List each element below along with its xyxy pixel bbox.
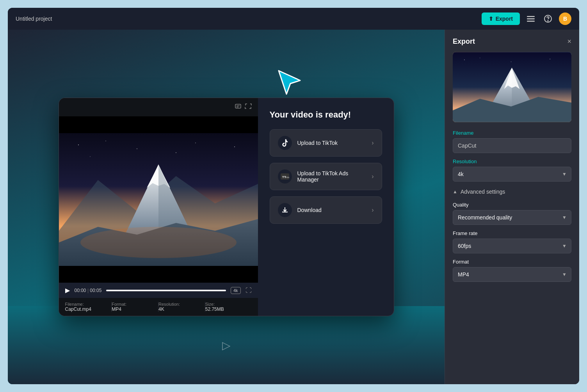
- format-label: Format: [453, 259, 571, 265]
- svg-point-22: [80, 227, 237, 258]
- svg-point-29: [511, 62, 511, 62]
- export-panel-header: Export ×: [445, 30, 579, 52]
- svg-rect-2: [527, 21, 535, 22]
- help-button[interactable]: [542, 12, 554, 25]
- quality-field-group: Quality Recommended quality High quality…: [453, 202, 571, 225]
- format-select[interactable]: MP4 MOV AVI: [453, 267, 571, 282]
- tiktok-ads-icon: TT Ads: [278, 169, 292, 184]
- fullscreen-button[interactable]: ⛶: [245, 287, 252, 294]
- svg-point-16: [176, 152, 176, 153]
- svg-point-27: [464, 59, 465, 60]
- top-bar-actions: ⬆ Export B: [482, 12, 571, 25]
- svg-point-4: [548, 21, 548, 21]
- svg-point-10: [78, 144, 79, 145]
- format-field-group: Format MP4 MOV AVI ▼: [453, 259, 571, 282]
- export-button[interactable]: ⬆ Export: [482, 12, 520, 25]
- format-select-wrapper: MP4 MOV AVI ▼: [453, 267, 571, 282]
- upload-icon: ⬆: [489, 16, 493, 22]
- menu-button[interactable]: [525, 12, 537, 25]
- quality-select[interactable]: Recommended quality High quality Low qua…: [453, 210, 571, 225]
- chevron-icon: ›: [372, 207, 374, 214]
- svg-point-28: [480, 58, 480, 58]
- metadata-size: Size: 52.75MB: [205, 302, 252, 312]
- bg-video-area: ▷: [8, 306, 445, 384]
- filename-label: Filename: [453, 130, 571, 136]
- avatar-button[interactable]: B: [559, 12, 571, 25]
- editor-area: ▷: [8, 30, 445, 384]
- svg-rect-1: [527, 18, 535, 20]
- metadata-format: Format: MP4: [112, 302, 158, 312]
- video-metadata: Filename: CapCut.mp4 Format: MP4 Resolut…: [59, 298, 258, 316]
- export-panel-close-button[interactable]: ×: [567, 37, 571, 46]
- quality-badge: 4k: [231, 287, 241, 294]
- upload-tiktok-ads-button[interactable]: TT Ads Upload to TikTok Ads Manager ›: [270, 163, 382, 190]
- svg-point-13: [195, 143, 196, 143]
- filename-field-group: Filename: [453, 130, 571, 153]
- video-ready-modal: ▶ 00:00 | 00:05 4k ⛶: [59, 98, 394, 316]
- filename-input[interactable]: [453, 138, 571, 153]
- preview-controls-top: [59, 98, 258, 116]
- svg-rect-0: [527, 16, 535, 17]
- video-controls-bar: ▶ 00:00 | 00:05 4k ⛶: [59, 283, 258, 298]
- progress-bar[interactable]: [106, 290, 226, 291]
- frame-rate-field-group: Frame rate 60fps 30fps 24fps ▼: [453, 230, 571, 253]
- export-panel: Export ×: [445, 30, 579, 384]
- metadata-resolution: Resolution: 4K: [158, 302, 205, 312]
- resolution-select[interactable]: 4k 1080p 720p 480p: [453, 167, 571, 182]
- progress-bar-fill: [106, 290, 226, 291]
- bg-play-icon: ▷: [222, 339, 231, 352]
- frame-rate-select[interactable]: 60fps 30fps 24fps: [453, 239, 571, 253]
- svg-point-14: [234, 146, 235, 147]
- cursor-arrow-indicator: [277, 69, 304, 98]
- svg-rect-6: [235, 104, 241, 108]
- video-preview-side: ▶ 00:00 | 00:05 4k ⛶: [59, 98, 258, 316]
- chevron-icon: ›: [372, 139, 374, 146]
- chevron-icon: ›: [372, 173, 374, 180]
- tiktok-icon: [278, 136, 292, 150]
- top-bar: Untitled project ⬆ Export: [8, 8, 579, 30]
- download-icon: [278, 203, 292, 217]
- expand-icon-button[interactable]: [245, 103, 252, 112]
- project-title: Untitled project: [16, 16, 52, 22]
- export-thumbnail: [453, 52, 571, 122]
- svg-marker-5: [279, 71, 300, 94]
- frame-rate-label: Frame rate: [453, 230, 571, 236]
- current-time: 00:00 | 00:05: [75, 288, 102, 293]
- export-form: Filename Resolution 4k 1080p 720p 480p ▼: [445, 122, 579, 290]
- app-background: Untitled project ⬆ Export: [8, 8, 579, 384]
- frame-rate-select-wrapper: 60fps 30fps 24fps ▼: [453, 239, 571, 253]
- svg-point-11: [105, 141, 106, 141]
- svg-point-30: [550, 59, 550, 59]
- resolution-select-wrapper: 4k 1080p 720p 480p ▼: [453, 167, 571, 182]
- upload-tiktok-button[interactable]: Upload to TikTok ›: [270, 129, 382, 157]
- svg-point-15: [90, 156, 90, 157]
- resolution-label: Resolution: [453, 159, 571, 164]
- metadata-filename: Filename: CapCut.mp4: [65, 302, 112, 312]
- actions-side: Your video is ready! Upload to TikTok ›: [258, 98, 394, 316]
- export-panel-title: Export: [453, 37, 475, 46]
- caption-icon-button[interactable]: [235, 103, 242, 112]
- svg-text:Ads: Ads: [285, 176, 289, 178]
- main-content: ▷: [8, 30, 579, 384]
- quality-label: Quality: [453, 202, 571, 208]
- advanced-settings-toggle[interactable]: ▲ Advanced settings: [453, 187, 571, 196]
- quality-select-wrapper: Recommended quality High quality Low qua…: [453, 210, 571, 225]
- play-button[interactable]: ▶: [65, 287, 70, 294]
- video-ready-title: Your video is ready!: [270, 110, 382, 120]
- download-button[interactable]: Download ›: [270, 196, 382, 224]
- resolution-field-group: Resolution 4k 1080p 720p 480p ▼: [453, 159, 571, 182]
- svg-point-12: [137, 148, 137, 149]
- video-preview-frame: [59, 116, 258, 283]
- advanced-chevron-icon: ▲: [453, 189, 457, 194]
